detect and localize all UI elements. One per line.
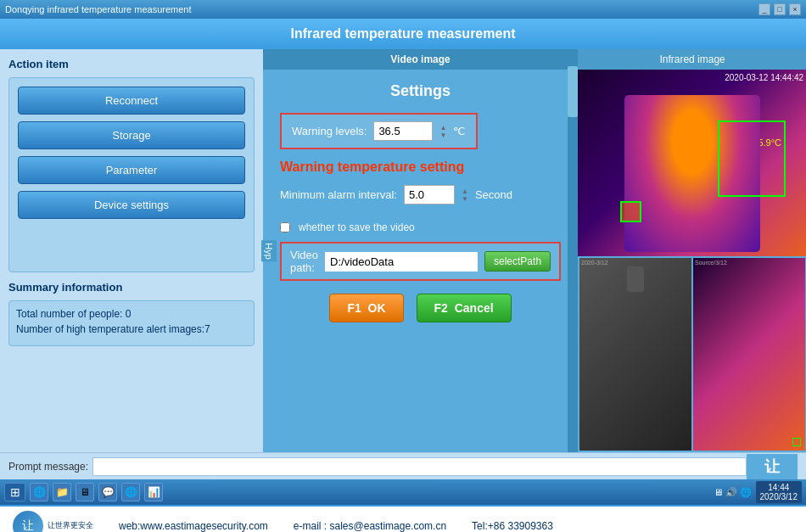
app-title: Infrared temperature measurement	[291, 26, 516, 42]
action-section-title: Action item	[8, 58, 255, 70]
taskbar: ⊞ 🌐 📁 🖥 💬 🌐 📊 🖥 🔊 🌐 14:44 2020/3/12	[0, 479, 806, 505]
prompt-bar: Prompt message: 让	[0, 452, 806, 479]
infrared-image: 2020-03-12 14:44:42 35.9°C	[578, 70, 806, 256]
f1-label: F1	[347, 301, 361, 315]
taskbar-icon-folder[interactable]: 📁	[53, 483, 71, 501]
center-panel: Video image Hyp Settings Warning levels:…	[263, 49, 578, 452]
video-tabs: Video image	[263, 49, 578, 70]
infrared-image-tab[interactable]: Infrared image	[578, 49, 806, 70]
prompt-logo: 让	[747, 454, 798, 479]
thumbnail-1: 2020-3/12	[579, 258, 691, 451]
f2-label: F2	[434, 301, 448, 315]
scroll-thumb	[568, 66, 578, 117]
right-panel: Infrared image 2020-03-12 14:44:42 35.9°…	[578, 49, 806, 452]
time-display: 14:44 2020/3/12	[756, 481, 803, 503]
save-video-row: whether to save the video	[280, 221, 561, 233]
alert-images-row: Number of high temperature alert images:…	[16, 323, 247, 335]
footer: 让 让世界更安全 web:www.eastimagesecurity.com e…	[0, 505, 806, 532]
hyp-label: Hyp	[261, 240, 277, 262]
thumbnail-row: 2020-3/12 Source/3/12	[578, 256, 806, 452]
taskbar-icon-chat[interactable]: 💬	[98, 483, 117, 501]
f1-ok-button[interactable]: F1 OK	[329, 294, 403, 322]
infrared-timestamp: 2020-03-12 14:44:42	[725, 73, 803, 82]
close-button[interactable]: ×	[789, 3, 801, 15]
select-path-button[interactable]: selectPath	[484, 251, 551, 272]
settings-panel: Settings Warning levels: ▲▼ ℃ Warning te…	[263, 70, 578, 452]
warning-value-input[interactable]	[373, 121, 433, 141]
storage-button[interactable]: Storage	[18, 121, 245, 149]
taskbar-icon-app[interactable]: 📊	[144, 483, 163, 501]
taskbar-icon-monitor[interactable]: 🖥	[76, 483, 94, 501]
reconnect-button[interactable]: Reconnect	[18, 87, 245, 115]
scrollbar[interactable]	[568, 49, 578, 452]
warning-levels-box: Warning levels: ▲▼ ℃	[280, 113, 478, 149]
prompt-content	[92, 457, 747, 476]
summary-section: Total number of people: 0 Number of high…	[8, 300, 255, 346]
thumbnail-2: Source/3/12	[693, 258, 805, 451]
summary-section-title: Summary information	[8, 281, 255, 294]
footer-email: e-mail : sales@eastimage.com.cn	[294, 520, 446, 532]
taskbar-icon-ie[interactable]: 🌐	[30, 483, 48, 501]
start-button[interactable]: ⊞	[4, 483, 25, 501]
title-bar-controls: _ □ ×	[758, 3, 801, 15]
settings-title: Settings	[280, 82, 561, 100]
date: 2020/3/12	[760, 492, 798, 501]
logo-icon: 让	[13, 511, 43, 532]
time: 14:44	[760, 483, 798, 492]
main-content: Action item Reconnect Storage Parameter …	[0, 49, 806, 452]
alarm-value-input[interactable]	[404, 185, 455, 204]
logo-text: 让世界更安全	[48, 521, 93, 531]
bottom-action-row: F1 OK F2 Cancel	[280, 294, 561, 322]
maximize-button[interactable]: □	[774, 3, 786, 15]
total-people-row: Total number of people: 0	[16, 308, 247, 320]
save-video-label: whether to save the video	[299, 221, 415, 233]
alarm-row: Minimum alarm interval: ▲▼ Second	[280, 185, 561, 204]
minimize-button[interactable]: _	[758, 3, 770, 15]
footer-website: web:www.eastimagesecurity.com	[119, 520, 268, 532]
thumb-label-2: Source/3/12	[695, 260, 727, 266]
warning-heading: Warning temperature setting	[280, 160, 561, 175]
ok-label: OK	[368, 301, 386, 315]
path-label: Video path:	[290, 249, 318, 274]
f2-cancel-button[interactable]: F2 Cancel	[417, 294, 512, 322]
parameter-button[interactable]: Parameter	[18, 156, 245, 184]
action-buttons-container: Reconnect Storage Parameter Device setti…	[8, 77, 255, 272]
warning-label: Warning levels:	[292, 125, 367, 137]
taskbar-right: 🖥 🔊 🌐 14:44 2020/3/12	[714, 481, 802, 503]
video-path-box: Video path: selectPath	[280, 242, 561, 281]
app-header: Infrared temperature measurement	[0, 19, 806, 49]
video-path-input[interactable]	[325, 252, 478, 272]
title-bar: Donqying infrared temperature measuremen…	[0, 0, 806, 19]
temp-unit: ℃	[453, 125, 466, 137]
title-bar-text: Donqying infrared temperature measuremen…	[5, 4, 192, 14]
device-settings-button[interactable]: Device settings	[18, 191, 245, 219]
footer-tel: Tel:+86 33909363	[472, 520, 553, 532]
cancel-label: Cancel	[455, 301, 494, 315]
thumb-label-1: 2020-3/12	[581, 260, 608, 266]
save-video-checkbox[interactable]	[280, 222, 290, 232]
prompt-label: Prompt message:	[8, 461, 88, 473]
alarm-label: Minimum alarm interval:	[280, 188, 397, 201]
footer-logo: 让 让世界更安全	[13, 511, 93, 532]
alarm-unit: Second	[475, 188, 512, 201]
center-right-area: Video image Hyp Settings Warning levels:…	[263, 49, 806, 452]
taskbar-icon-browser2[interactable]: 🌐	[121, 483, 140, 501]
thermal-detection-square	[620, 201, 641, 222]
taskbar-icons-area: 🖥 🔊 🌐	[714, 487, 752, 498]
left-panel: Action item Reconnect Storage Parameter …	[0, 49, 263, 452]
video-image-tab[interactable]: Video image	[263, 49, 578, 70]
face-detection-box	[718, 120, 786, 197]
